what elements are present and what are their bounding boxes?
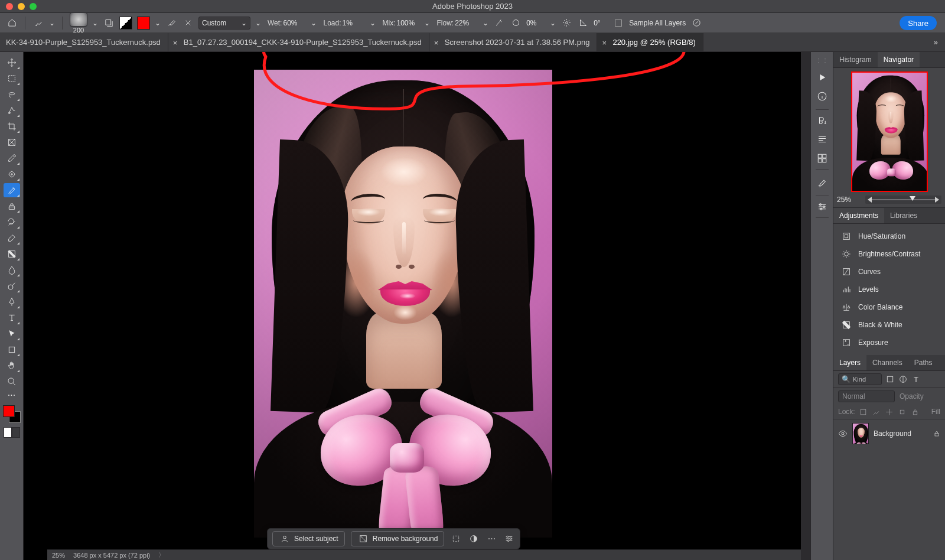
adj-exposure[interactable]: Exposure: [833, 334, 945, 351]
filter-type-icon[interactable]: T: [911, 375, 921, 384]
path-select-tool[interactable]: [4, 327, 20, 341]
canvas-area[interactable]: Select subject Remove background ··· 25%…: [24, 52, 801, 560]
eyedropper-tool[interactable]: [4, 151, 20, 165]
pen-tool[interactable]: [4, 295, 20, 309]
properties-icon[interactable]: [503, 533, 515, 545]
tab-histogram[interactable]: Histogram: [833, 52, 878, 67]
frame-tool[interactable]: [4, 135, 20, 149]
lock-position-icon[interactable]: [885, 407, 894, 416]
layer-row[interactable]: Background: [833, 419, 945, 448]
chevron-down-icon[interactable]: ⌄: [92, 19, 98, 27]
layer-name[interactable]: Background: [874, 429, 928, 438]
lock-artboard-icon[interactable]: [898, 407, 907, 416]
document-canvas[interactable]: [254, 70, 552, 538]
chevron-down-icon[interactable]: ⌄: [49, 19, 55, 27]
sample-all-checkbox[interactable]: [615, 19, 622, 27]
chevron-down-icon[interactable]: ⌄: [255, 19, 261, 27]
mix-input[interactable]: [396, 19, 418, 27]
flow-field[interactable]: Flow:: [435, 18, 478, 28]
lock-icon[interactable]: [933, 429, 940, 438]
chevron-down-icon[interactable]: ⌄: [550, 19, 556, 27]
contextual-task-bar[interactable]: Select subject Remove background ···: [267, 528, 520, 549]
mask-icon[interactable]: [468, 533, 480, 545]
document-tab[interactable]: × 220.jpg @ 25% (RGB/8): [597, 33, 703, 52]
lock-transparent-icon[interactable]: [859, 407, 868, 416]
tab-overflow-button[interactable]: »: [927, 38, 945, 47]
clone-stamp-tool[interactable]: [4, 199, 20, 213]
angle-input[interactable]: [594, 19, 610, 27]
share-button[interactable]: Share: [900, 16, 937, 30]
tab-paths[interactable]: Paths: [908, 355, 939, 370]
color-picker[interactable]: [3, 405, 21, 423]
settings-gear-icon[interactable]: [561, 17, 572, 29]
chevron-down-icon[interactable]: ⌄: [370, 19, 376, 27]
type-tool[interactable]: [4, 311, 20, 325]
blend-mode-select[interactable]: Normal: [838, 390, 895, 402]
tool-preset-picker[interactable]: [32, 17, 44, 29]
tab-adjustments[interactable]: Adjustments: [833, 208, 884, 223]
filter-adjust-icon[interactable]: [898, 375, 908, 384]
document-tab[interactable]: × Screenshot 2023-07-31 at 7.38.56 PM.pn…: [429, 33, 598, 52]
tab-channels[interactable]: Channels: [866, 355, 908, 370]
adj-black-white[interactable]: Black & White: [833, 316, 945, 334]
shape-tool[interactable]: [4, 343, 20, 357]
dodge-tool[interactable]: [4, 279, 20, 293]
zoom-slider-handle[interactable]: [910, 196, 915, 201]
tablet-pressure-icon[interactable]: [690, 17, 702, 29]
adj-color-balance[interactable]: Color Balance: [833, 298, 945, 316]
tab-libraries[interactable]: Libraries: [884, 208, 923, 223]
properties-panel-icon[interactable]: [816, 201, 829, 213]
chevron-down-icon[interactable]: ⌄: [424, 19, 430, 27]
status-zoom[interactable]: 25%: [52, 552, 65, 559]
navigator-zoom-slider[interactable]: [865, 196, 941, 204]
clean-brush-button[interactable]: [182, 17, 194, 29]
select-subject-button[interactable]: Select subject: [272, 531, 345, 546]
remove-background-button[interactable]: Remove background: [351, 531, 445, 546]
blur-tool[interactable]: [4, 263, 20, 277]
navigator-thumbnail[interactable]: [851, 71, 928, 192]
paragraph-panel-icon[interactable]: [816, 134, 829, 145]
smoothing-input[interactable]: [526, 19, 545, 27]
smoothing-icon[interactable]: [510, 17, 522, 29]
zoom-in-icon[interactable]: [935, 197, 939, 203]
swatches-panel-icon[interactable]: [816, 152, 829, 164]
hand-tool[interactable]: [4, 359, 20, 373]
zoom-out-icon[interactable]: [868, 197, 872, 203]
document-tab[interactable]: × B1_07.27.23_000194_CKK-34-910-Purple_S…: [168, 33, 429, 52]
character-panel-icon[interactable]: [816, 115, 829, 126]
adj-hue-saturation[interactable]: Hue/Saturation: [833, 227, 945, 245]
history-brush-tool[interactable]: [4, 215, 20, 229]
load-input[interactable]: [342, 19, 363, 27]
zoom-tool[interactable]: [4, 375, 20, 389]
layer-kind-filter[interactable]: 🔍 Kind: [838, 373, 882, 385]
adj-levels[interactable]: Levels: [833, 281, 945, 298]
flow-input[interactable]: [455, 19, 476, 27]
move-tool[interactable]: [4, 56, 20, 70]
navigator-zoom-value[interactable]: 25%: [837, 196, 862, 204]
brush-angle-icon[interactable]: [577, 17, 589, 29]
play-actions-icon[interactable]: [816, 71, 829, 83]
current-color-swatch[interactable]: [137, 17, 150, 30]
quick-select-tool[interactable]: [4, 103, 20, 118]
gradient-tool[interactable]: [4, 247, 20, 261]
marquee-tool[interactable]: [4, 71, 20, 86]
mixer-brush-tool[interactable]: [4, 183, 20, 197]
close-icon[interactable]: ×: [434, 38, 441, 45]
dock-grip[interactable]: ⋮⋮: [816, 57, 829, 63]
layer-thumbnail[interactable]: [852, 423, 869, 444]
info-icon[interactable]: [816, 90, 829, 102]
close-icon[interactable]: ×: [173, 38, 180, 45]
transform-icon[interactable]: [450, 533, 462, 545]
brush-settings-button[interactable]: [103, 17, 115, 29]
filter-pixel-icon[interactable]: [885, 375, 895, 384]
lock-pixels-icon[interactable]: [872, 407, 881, 416]
chevron-down-icon[interactable]: ⌄: [155, 19, 161, 27]
chevron-down-icon[interactable]: ⌄: [483, 19, 488, 27]
lock-all-icon[interactable]: [911, 407, 920, 416]
more-icon[interactable]: ···: [485, 533, 497, 545]
tab-navigator[interactable]: Navigator: [878, 52, 920, 67]
close-icon[interactable]: ×: [602, 38, 609, 45]
load-field[interactable]: Load:: [321, 18, 365, 28]
airbrush-toggle[interactable]: [493, 17, 505, 29]
quick-mask-toggle[interactable]: [4, 427, 20, 438]
